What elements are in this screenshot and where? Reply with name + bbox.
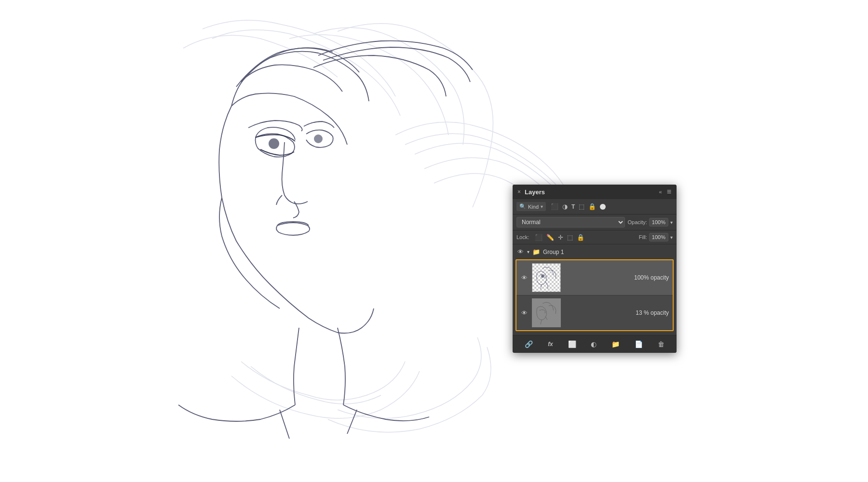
fx-button[interactable]: fx	[546, 340, 555, 348]
opacity-group: Opacity: 100% ▾	[628, 218, 673, 227]
group-folder-icon: 📁	[532, 248, 540, 255]
fill-group: Fill: 100% ▾	[639, 233, 673, 241]
layers-panel: × Layers « ≡ 🔍 Kind ▾ ⬛ ◑ T ⬚ 🔒 Normal M…	[513, 185, 677, 353]
fill-label: Fill:	[639, 234, 647, 240]
lock-position-icon[interactable]: ✛	[558, 234, 563, 241]
layer-2-thumbnail	[532, 298, 561, 327]
kind-label: Kind	[528, 204, 539, 210]
layer-2-visibility-icon[interactable]: 👁	[520, 309, 528, 317]
new-group-button[interactable]: 📁	[610, 339, 622, 349]
panel-collapse-button[interactable]: «	[659, 189, 662, 195]
search-icon: 🔍	[519, 203, 526, 210]
delete-layer-button[interactable]: 🗑	[656, 339, 666, 349]
sketch-drawing	[0, 0, 868, 482]
fill-chevron-icon: ▾	[670, 235, 673, 240]
layers-list: 👁 ▾ 📁 Group 1 👁	[513, 244, 677, 335]
lock-label: Lock:	[516, 234, 529, 240]
new-layer-button[interactable]: 📄	[633, 339, 645, 349]
lock-row: Lock: ⬛ ✏️ ✛ ⬚ 🔒 Fill: 100% ▾	[513, 230, 677, 244]
svg-point-0	[269, 139, 279, 148]
panel-titlebar: × Layers « ≡	[513, 185, 677, 199]
blend-row: Normal Multiply Screen Overlay Opacity: …	[513, 214, 677, 230]
filter-circle-indicator	[600, 204, 606, 210]
svg-point-2	[541, 275, 544, 278]
layer-row[interactable]: 👁 100% opacity	[516, 260, 673, 295]
lock-image-icon[interactable]: ✏️	[546, 234, 554, 241]
kind-chevron-icon: ▾	[541, 204, 543, 209]
filter-row: 🔍 Kind ▾ ⬛ ◑ T ⬚ 🔒	[513, 199, 677, 214]
layer-1-label: 100% opacity	[565, 274, 669, 281]
filter-type-icon[interactable]: T	[571, 203, 575, 210]
panel-menu-button[interactable]: ≡	[667, 187, 672, 196]
opacity-value[interactable]: 100%	[649, 218, 668, 227]
add-mask-button[interactable]: ⬜	[566, 339, 578, 349]
layers-container: 👁 100% opacity	[515, 259, 674, 331]
new-adjustment-button[interactable]: ◐	[589, 339, 598, 349]
filter-adjust-icon[interactable]: ◑	[562, 203, 568, 210]
layer-2-label: 13 % opacity	[565, 309, 669, 316]
layer-row[interactable]: 👁 13 % opacity	[516, 295, 673, 330]
panel-title-left: × Layers	[517, 188, 545, 196]
group-expand-icon[interactable]: ▾	[527, 249, 529, 254]
fill-value[interactable]: 100%	[649, 233, 668, 241]
svg-point-1	[314, 135, 322, 143]
layer-1-thumbnail	[532, 263, 561, 292]
group-name-label: Group 1	[543, 249, 564, 255]
filter-smart-icon[interactable]: 🔒	[588, 203, 596, 210]
filter-shape-icon[interactable]: ⬚	[579, 203, 584, 210]
lock-transparent-icon[interactable]: ⬛	[535, 234, 542, 241]
canvas-area	[0, 0, 868, 482]
lock-all-icon[interactable]: 🔒	[577, 234, 584, 241]
filter-search-box[interactable]: 🔍 Kind ▾	[516, 202, 546, 211]
filter-pixel-icon[interactable]: ⬛	[551, 203, 558, 210]
panel-title: Layers	[525, 188, 545, 196]
filter-icons: ⬛ ◑ T ⬚ 🔒	[551, 203, 606, 210]
lock-artboard-icon[interactable]: ⬚	[567, 234, 573, 241]
link-layers-button[interactable]: 🔗	[523, 339, 535, 349]
layer-1-visibility-icon[interactable]: 👁	[520, 274, 528, 281]
group-header[interactable]: 👁 ▾ 📁 Group 1	[513, 246, 677, 257]
blend-mode-select[interactable]: Normal Multiply Screen Overlay	[516, 217, 625, 228]
panel-close-button[interactable]: ×	[517, 188, 521, 195]
opacity-chevron-icon: ▾	[670, 220, 673, 225]
group-visibility-icon[interactable]: 👁	[516, 248, 524, 255]
opacity-label: Opacity:	[628, 219, 647, 225]
panel-toolbar: 🔗 fx ⬜ ◐ 📁 📄 🗑	[513, 335, 677, 353]
